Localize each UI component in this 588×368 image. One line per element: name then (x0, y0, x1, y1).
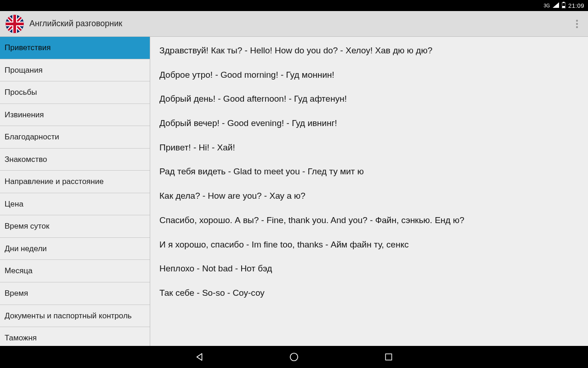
phrase-item[interactable]: Добрый день! - Good afternoon! - Гуд афт… (159, 93, 579, 105)
back-button[interactable] (193, 351, 205, 363)
signal-icon (553, 2, 559, 9)
sidebar-item[interactable]: Извинения (0, 104, 150, 126)
sidebar-item[interactable]: Время (0, 282, 150, 305)
sidebar-item[interactable]: Дни недели (0, 238, 150, 260)
phrase-item[interactable]: Спасибо, хорошо. А вы? - Fine, thank you… (159, 215, 579, 226)
sidebar-item[interactable]: Прощания (0, 59, 150, 82)
sidebar-item[interactable]: Знакомство (0, 149, 150, 171)
svg-rect-6 (385, 354, 391, 360)
phrase-item[interactable]: Здравствуй! Как ты? - Hello! How do you … (159, 45, 579, 57)
phrase-item[interactable]: Доброе утро! - Good morning! - Гуд монни… (159, 69, 579, 81)
network-icon: 3G (544, 3, 550, 8)
sidebar-item[interactable]: Время суток (0, 215, 150, 238)
recents-button[interactable] (383, 351, 395, 363)
phrase-item[interactable]: Привет! - Hi! - Хай! (159, 142, 579, 154)
battery-icon (562, 2, 565, 10)
phrase-item[interactable]: Как дела? - How are you? - Хау а ю? (159, 190, 579, 202)
system-nav-bar (0, 346, 588, 368)
sidebar-item[interactable]: Таможня (0, 327, 150, 346)
uk-flag-icon (6, 15, 24, 33)
phrase-item[interactable]: Рад тебя видеть - Glad to meet you - Гле… (159, 166, 579, 178)
phrase-item[interactable]: Неплохо - Not bad - Нот бэд (159, 263, 579, 275)
sidebar-item[interactable]: Цена (0, 193, 150, 216)
app-bar: Английский разговорник (0, 11, 588, 37)
phrase-item[interactable]: Так себе - So-so - Соу-соу (159, 288, 579, 299)
sidebar-item[interactable]: Благодарности (0, 126, 150, 149)
sidebar-item[interactable]: Приветствия (0, 37, 150, 59)
clock: 21:09 (568, 2, 584, 9)
svg-point-5 (290, 353, 298, 361)
status-bar: 3G 21:09 (0, 0, 588, 11)
home-button[interactable] (288, 351, 300, 363)
sidebar-item[interactable]: Просьбы (0, 81, 150, 104)
svg-rect-2 (562, 6, 565, 8)
overflow-menu-button[interactable] (571, 15, 582, 33)
app-title: Английский разговорник (29, 19, 571, 29)
sidebar-item[interactable]: Направление и расстояние (0, 171, 150, 193)
category-sidebar[interactable]: ПриветствияПрощанияПросьбыИзвиненияБлаго… (0, 37, 150, 346)
phrase-item[interactable]: И я хорошо, спасибо - Im fine too, thank… (159, 239, 579, 251)
phrase-list[interactable]: Здравствуй! Как ты? - Hello! How do you … (150, 37, 588, 346)
phrase-item[interactable]: Добрый вечер! - Good evening! - Гуд ивни… (159, 118, 579, 129)
svg-rect-1 (563, 2, 565, 3)
sidebar-item[interactable]: Документы и паспортный контроль (0, 305, 150, 328)
sidebar-item[interactable]: Месяца (0, 260, 150, 282)
